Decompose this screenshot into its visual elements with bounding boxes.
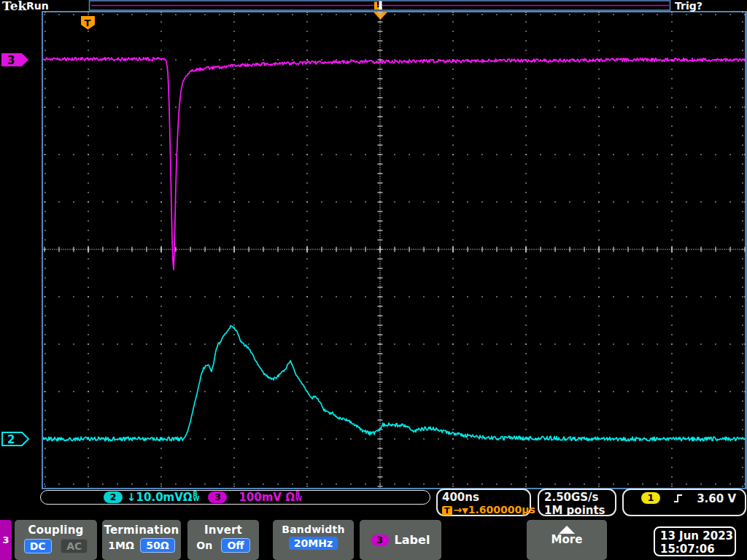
coupling-button[interactable]: Coupling DC AC (15, 520, 97, 560)
label-title: Label (395, 533, 430, 547)
trigger-readout[interactable]: 1 3.60 V (622, 489, 746, 516)
termination-button[interactable]: Termination 1MΩ 50Ω (102, 520, 181, 560)
invert-title: Invert (187, 520, 259, 537)
datetime-display: 13 Jun 2023 15:07:06 (654, 526, 736, 556)
label-button[interactable]: 3 Label (360, 520, 441, 560)
menu-bar: 3 Coupling DC AC Termination 1MΩ 50Ω Inv… (0, 519, 747, 560)
ch3-marker-label: 3 (7, 54, 15, 67)
more-title: More (527, 533, 607, 546)
termination-title: Termination (102, 520, 181, 537)
trigger-status: Trig? (675, 0, 703, 12)
bandwidth-title: Bandwidth (273, 520, 354, 535)
timebase-value: 400ns (442, 491, 530, 504)
channel-3-trace (42, 58, 746, 270)
trigger-t-badge[interactable]: T (81, 16, 95, 30)
acquisition-status: Run (26, 0, 49, 12)
termination-50-option[interactable]: 50Ω (140, 538, 174, 553)
acquisition-readout[interactable]: 2.50GS/s 1M points (538, 489, 616, 516)
ch2-bandwidth-limit-icon: BW (193, 491, 200, 502)
waveform-display: T 3 2 (0, 0, 747, 560)
channel-2-trace (42, 326, 746, 441)
invert-off-option[interactable]: Off (221, 538, 249, 553)
ch3-badge[interactable]: 3 (208, 491, 227, 503)
coupling-dc-option[interactable]: DC (24, 539, 52, 553)
date-text: 13 Jun 2023 (660, 529, 735, 542)
rising-edge-icon (673, 493, 684, 504)
ch3-position-marker[interactable]: 3 (1, 53, 28, 67)
trigger-source-badge: 1 (641, 492, 660, 504)
delay-t-icon: T (442, 506, 452, 516)
sample-rate: 2.50GS/s (544, 491, 615, 504)
coupling-title: Coupling (15, 520, 97, 537)
tek-logo: Tek (2, 0, 26, 13)
ch2-marker-label: 2 (7, 433, 15, 446)
invert-button[interactable]: Invert On Off (187, 520, 259, 560)
coupling-ac-option[interactable]: AC (61, 539, 88, 553)
ch3-bandwidth-limit-icon: BW (295, 491, 302, 502)
ch2-position-marker[interactable]: 2 (2, 432, 28, 446)
record-length: 1M points (544, 504, 615, 517)
oscilloscope-screen: T 3 2 Tek Run Trig? 2 ↓10.0mVΩ BW 3 100m… (0, 0, 747, 560)
trigger-delay-readout: T→▼1.600000µs (442, 504, 530, 516)
ch2-scale-readout: ↓10.0mVΩ (127, 491, 193, 504)
ch2-badge[interactable]: 2 (104, 491, 123, 503)
graticule-grid (43, 12, 745, 487)
trigger-t-label: T (85, 18, 91, 28)
ch3-scale-readout: 100mV Ω (239, 491, 295, 504)
horizontal-readout[interactable]: 400ns T→▼1.600000µs (436, 489, 531, 516)
more-button[interactable]: More (527, 520, 607, 560)
time-text: 15:07:06 (660, 542, 735, 556)
invert-on-option[interactable]: On (196, 538, 212, 553)
channel-readout-bar: 2 ↓10.0mVΩ BW 3 100mV Ω BW (40, 490, 430, 505)
menu-channel-tab: 3 (0, 520, 12, 560)
termination-1m-option[interactable]: 1MΩ (108, 538, 134, 553)
bandwidth-value-option[interactable]: 20MHz (289, 537, 338, 550)
delay-marker-icon: ▼ (462, 506, 468, 516)
trigger-level-value: 3.60 V (697, 492, 736, 505)
label-channel-badge: 3 (371, 534, 389, 546)
bandwidth-button[interactable]: Bandwidth 20MHz (273, 520, 354, 560)
